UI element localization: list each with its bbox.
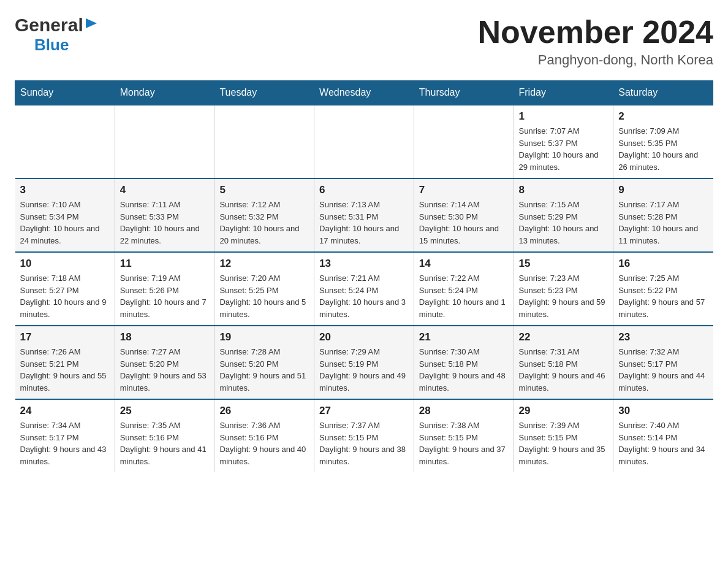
logo-blue: Blue	[34, 36, 69, 55]
day-info: Sunrise: 7:31 AM Sunset: 5:18 PM Dayligh…	[519, 346, 609, 394]
calendar-cell: 10Sunrise: 7:18 AM Sunset: 5:27 PM Dayli…	[15, 252, 115, 326]
day-info: Sunrise: 7:11 AM Sunset: 5:33 PM Dayligh…	[120, 199, 210, 247]
calendar-cell: 6Sunrise: 7:13 AM Sunset: 5:31 PM Daylig…	[314, 178, 414, 252]
calendar-cell: 26Sunrise: 7:36 AM Sunset: 5:16 PM Dayli…	[214, 399, 314, 472]
day-number: 2	[618, 110, 708, 123]
calendar-cell: 29Sunrise: 7:39 AM Sunset: 5:15 PM Dayli…	[514, 399, 613, 472]
calendar-cell: 9Sunrise: 7:17 AM Sunset: 5:28 PM Daylig…	[613, 178, 713, 252]
calendar-cell: 17Sunrise: 7:26 AM Sunset: 5:21 PM Dayli…	[15, 326, 115, 399]
day-number: 19	[219, 331, 309, 343]
calendar-cell: 25Sunrise: 7:35 AM Sunset: 5:16 PM Dayli…	[115, 399, 214, 472]
day-number: 10	[20, 258, 110, 270]
day-info: Sunrise: 7:12 AM Sunset: 5:32 PM Dayligh…	[219, 199, 309, 247]
day-number: 13	[319, 258, 409, 270]
day-number: 26	[219, 405, 309, 417]
day-info: Sunrise: 7:26 AM Sunset: 5:21 PM Dayligh…	[20, 346, 110, 394]
calendar-cell: 30Sunrise: 7:40 AM Sunset: 5:14 PM Dayli…	[613, 399, 713, 472]
day-number: 4	[120, 184, 210, 196]
calendar-cell: 18Sunrise: 7:27 AM Sunset: 5:20 PM Dayli…	[115, 326, 214, 399]
calendar-body: 1Sunrise: 7:07 AM Sunset: 5:37 PM Daylig…	[15, 105, 713, 472]
calendar-week-3: 10Sunrise: 7:18 AM Sunset: 5:27 PM Dayli…	[15, 252, 713, 326]
day-number: 9	[618, 184, 708, 196]
calendar-cell: 12Sunrise: 7:20 AM Sunset: 5:25 PM Dayli…	[214, 252, 314, 326]
day-number: 25	[120, 405, 210, 417]
day-info: Sunrise: 7:25 AM Sunset: 5:22 PM Dayligh…	[618, 272, 708, 320]
day-header-sunday: Sunday	[15, 81, 115, 105]
day-info: Sunrise: 7:07 AM Sunset: 5:37 PM Dayligh…	[519, 125, 609, 173]
day-info: Sunrise: 7:38 AM Sunset: 5:15 PM Dayligh…	[419, 419, 509, 467]
day-info: Sunrise: 7:27 AM Sunset: 5:20 PM Dayligh…	[120, 346, 210, 394]
day-header-tuesday: Tuesday	[214, 81, 314, 105]
day-number: 11	[120, 258, 210, 270]
day-info: Sunrise: 7:35 AM Sunset: 5:16 PM Dayligh…	[120, 419, 210, 467]
calendar-cell: 22Sunrise: 7:31 AM Sunset: 5:18 PM Dayli…	[514, 326, 613, 399]
calendar-cell	[115, 105, 214, 178]
logo-general: General	[15, 15, 83, 36]
calendar-cell	[414, 105, 514, 178]
title-block: November 2024 Panghyon-dong, North Korea	[478, 15, 713, 68]
day-number: 16	[618, 258, 708, 270]
day-info: Sunrise: 7:37 AM Sunset: 5:15 PM Dayligh…	[319, 419, 409, 467]
day-info: Sunrise: 7:34 AM Sunset: 5:17 PM Dayligh…	[20, 419, 110, 467]
day-number: 3	[20, 184, 110, 196]
calendar-week-4: 17Sunrise: 7:26 AM Sunset: 5:21 PM Dayli…	[15, 326, 713, 399]
day-number: 12	[219, 258, 309, 270]
month-title: November 2024	[478, 15, 713, 50]
calendar-week-5: 24Sunrise: 7:34 AM Sunset: 5:17 PM Dayli…	[15, 399, 713, 472]
location-title: Panghyon-dong, North Korea	[478, 52, 713, 68]
day-info: Sunrise: 7:23 AM Sunset: 5:23 PM Dayligh…	[519, 272, 609, 320]
day-number: 21	[419, 331, 509, 343]
calendar-cell: 27Sunrise: 7:37 AM Sunset: 5:15 PM Dayli…	[314, 399, 414, 472]
day-number: 29	[519, 405, 609, 417]
calendar-cell: 14Sunrise: 7:22 AM Sunset: 5:24 PM Dayli…	[414, 252, 514, 326]
day-header-friday: Friday	[514, 81, 613, 105]
day-info: Sunrise: 7:19 AM Sunset: 5:26 PM Dayligh…	[120, 272, 210, 320]
day-info: Sunrise: 7:30 AM Sunset: 5:18 PM Dayligh…	[419, 346, 509, 394]
page-header: General Blue November 2024 Panghyon-dong…	[15, 15, 713, 68]
day-info: Sunrise: 7:29 AM Sunset: 5:19 PM Dayligh…	[319, 346, 409, 394]
day-info: Sunrise: 7:17 AM Sunset: 5:28 PM Dayligh…	[618, 199, 708, 247]
calendar-week-2: 3Sunrise: 7:10 AM Sunset: 5:34 PM Daylig…	[15, 178, 713, 252]
days-of-week-row: SundayMondayTuesdayWednesdayThursdayFrid…	[15, 81, 713, 105]
svg-marker-0	[86, 18, 97, 28]
calendar-cell	[214, 105, 314, 178]
calendar-week-1: 1Sunrise: 7:07 AM Sunset: 5:37 PM Daylig…	[15, 105, 713, 178]
day-number: 30	[618, 405, 708, 417]
calendar-cell: 21Sunrise: 7:30 AM Sunset: 5:18 PM Dayli…	[414, 326, 514, 399]
calendar-cell	[15, 105, 115, 178]
day-number: 15	[519, 258, 609, 270]
calendar-table: SundayMondayTuesdayWednesdayThursdayFrid…	[15, 80, 713, 472]
calendar-cell: 2Sunrise: 7:09 AM Sunset: 5:35 PM Daylig…	[613, 105, 713, 178]
day-info: Sunrise: 7:40 AM Sunset: 5:14 PM Dayligh…	[618, 419, 708, 467]
calendar-cell: 3Sunrise: 7:10 AM Sunset: 5:34 PM Daylig…	[15, 178, 115, 252]
day-info: Sunrise: 7:14 AM Sunset: 5:30 PM Dayligh…	[419, 199, 509, 247]
day-info: Sunrise: 7:32 AM Sunset: 5:17 PM Dayligh…	[618, 346, 708, 394]
calendar-cell: 5Sunrise: 7:12 AM Sunset: 5:32 PM Daylig…	[214, 178, 314, 252]
day-info: Sunrise: 7:18 AM Sunset: 5:27 PM Dayligh…	[20, 272, 110, 320]
day-info: Sunrise: 7:13 AM Sunset: 5:31 PM Dayligh…	[319, 199, 409, 247]
logo-triangle-icon	[85, 18, 98, 32]
day-number: 5	[219, 184, 309, 196]
day-info: Sunrise: 7:21 AM Sunset: 5:24 PM Dayligh…	[319, 272, 409, 320]
day-info: Sunrise: 7:09 AM Sunset: 5:35 PM Dayligh…	[618, 125, 708, 173]
calendar-cell	[314, 105, 414, 178]
day-number: 14	[419, 258, 509, 270]
day-number: 24	[20, 405, 110, 417]
day-number: 18	[120, 331, 210, 343]
calendar-cell: 24Sunrise: 7:34 AM Sunset: 5:17 PM Dayli…	[15, 399, 115, 472]
day-number: 1	[519, 110, 609, 123]
day-number: 7	[419, 184, 509, 196]
day-header-monday: Monday	[115, 81, 214, 105]
day-number: 28	[419, 405, 509, 417]
day-header-saturday: Saturday	[613, 81, 713, 105]
calendar-cell: 28Sunrise: 7:38 AM Sunset: 5:15 PM Dayli…	[414, 399, 514, 472]
calendar-header: SundayMondayTuesdayWednesdayThursdayFrid…	[15, 81, 713, 105]
day-number: 27	[319, 405, 409, 417]
calendar-cell: 4Sunrise: 7:11 AM Sunset: 5:33 PM Daylig…	[115, 178, 214, 252]
day-info: Sunrise: 7:10 AM Sunset: 5:34 PM Dayligh…	[20, 199, 110, 247]
day-info: Sunrise: 7:28 AM Sunset: 5:20 PM Dayligh…	[219, 346, 309, 394]
calendar-cell: 13Sunrise: 7:21 AM Sunset: 5:24 PM Dayli…	[314, 252, 414, 326]
day-number: 17	[20, 331, 110, 343]
day-info: Sunrise: 7:15 AM Sunset: 5:29 PM Dayligh…	[519, 199, 609, 247]
logo: General Blue	[15, 15, 98, 55]
